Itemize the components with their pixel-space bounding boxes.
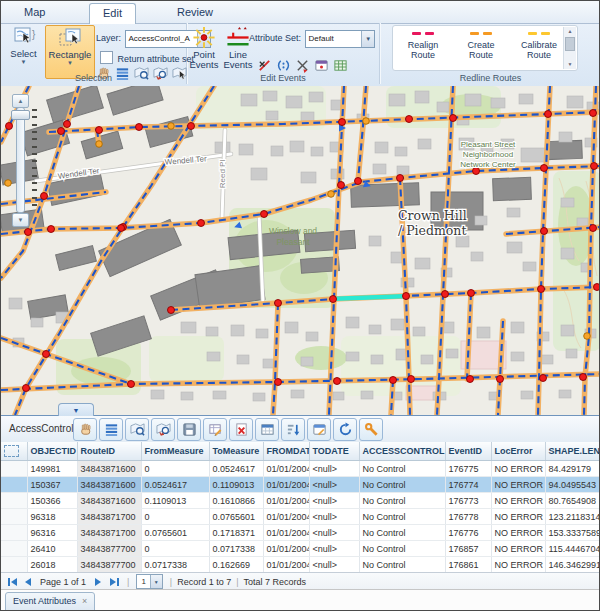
cell-objectid: 149981: [27, 461, 77, 477]
row-selector[interactable]: [1, 477, 27, 493]
row-selector[interactable]: [1, 541, 27, 557]
scroll-down-arrow[interactable]: ▼: [564, 60, 576, 69]
cell-tomeasure: 0.0717338: [209, 541, 263, 557]
create-route-button[interactable]: Create Route: [453, 29, 509, 60]
open-table-button[interactable]: [255, 418, 279, 441]
cell-eventid: 176775: [445, 461, 491, 477]
selection-group-label: Selection: [1, 73, 186, 83]
last-page-button[interactable]: [107, 576, 121, 588]
row-selector[interactable]: [1, 493, 27, 509]
column-header-accesscontrol[interactable]: ACCESSCONTROL: [359, 442, 445, 461]
select-features-button[interactable]: [73, 418, 97, 441]
cell-shape-len: 94.0495543: [545, 477, 600, 493]
column-header-shape-len[interactable]: SHAPE.LEN: [545, 442, 600, 461]
cell-locerror: NO ERROR: [491, 509, 545, 525]
cell-accesscontrol: No Control: [359, 557, 445, 573]
rectangle-dropdown-arrow[interactable]: ▼: [46, 60, 94, 66]
select-all-header[interactable]: [1, 442, 27, 461]
cell-tomeasure: 0.1718371: [209, 525, 263, 541]
attribute-set-combobox[interactable]: Default ▼: [305, 30, 375, 48]
zoom-out-button[interactable]: ▼: [12, 213, 29, 227]
column-header-locerror[interactable]: LocError: [491, 442, 545, 461]
cell-accesscontrol: No Control: [359, 541, 445, 557]
cell-locerror: NO ERROR: [491, 557, 545, 573]
column-header-frommeasure[interactable]: FromMeasure: [141, 442, 209, 461]
select-tool-button[interactable]: } Select ▼: [5, 25, 42, 65]
cell-fromdate: 01/01/2004: [263, 525, 309, 541]
pan-to-selection-button[interactable]: [151, 418, 175, 441]
select-dropdown-arrow[interactable]: ▼: [5, 59, 42, 65]
column-header-eventid[interactable]: EventID: [445, 442, 491, 461]
column-header-tomeasure[interactable]: ToMeasure: [209, 442, 263, 461]
zoom-slider-track[interactable]: [16, 107, 25, 213]
map-zoom-slider[interactable]: ▲ ▼: [10, 94, 32, 226]
rectangle-select-icon: [46, 26, 94, 50]
tab-event-attributes[interactable]: Event Attributes×: [5, 592, 95, 611]
table-row[interactable]: 264103484387770000.071733801/01/2004<nul…: [1, 541, 600, 557]
zoom-to-selection-button[interactable]: [125, 418, 149, 441]
calibrate-route-icon2: [541, 32, 550, 35]
close-tab-icon[interactable]: ×: [82, 596, 87, 606]
cell-shape-len: 123.2118314: [545, 509, 600, 525]
column-header-objectid[interactable]: OBJECTID: [27, 442, 77, 461]
save-edits-button[interactable]: [177, 418, 201, 441]
page-select-dropdown-arrow[interactable]: ▼: [150, 575, 162, 588]
table-row[interactable]: 96316348438717000.07656010.171837101/01/…: [1, 525, 600, 541]
editor-settings-button[interactable]: [359, 418, 383, 441]
table-row[interactable]: 150367348438716000.05246170.110901301/01…: [1, 477, 600, 493]
row-selector[interactable]: [1, 525, 27, 541]
event-editor-window: Map Edit Review } Select: [0, 0, 600, 611]
show-selected-records-button[interactable]: [99, 418, 123, 441]
return-attribute-set-checkbox[interactable]: [100, 51, 113, 64]
tab-review[interactable]: Review: [164, 3, 226, 22]
sort-records-button[interactable]: [281, 418, 305, 441]
calibrate-route-button[interactable]: Calibrate Route: [511, 29, 567, 60]
tab-map[interactable]: Map: [11, 3, 58, 22]
cell-eventid: 176774: [445, 477, 491, 493]
cell-objectid: 26410: [27, 541, 77, 557]
first-page-button[interactable]: [5, 576, 19, 588]
poi-label-network-2: Neighborhood: [463, 150, 513, 159]
cell-accesscontrol: No Control: [359, 461, 445, 477]
column-header-todate[interactable]: TODATE: [309, 442, 359, 461]
cell-eventid: 176861: [445, 557, 491, 573]
cell-shape-len: 115.4446704: [545, 541, 600, 557]
create-route-icon: [470, 32, 479, 35]
realign-route-button[interactable]: Realign Route: [395, 29, 451, 60]
zoom-in-button[interactable]: ▲: [12, 94, 29, 108]
rectangle-tool-button[interactable]: Rectangle ▼: [45, 25, 95, 79]
tab-edit[interactable]: Edit: [89, 3, 136, 24]
next-page-button[interactable]: [91, 576, 105, 588]
table-row[interactable]: 1499813484387160000.052461701/01/2004<nu…: [1, 461, 600, 477]
scroll-thumb[interactable]: [565, 37, 575, 51]
attribute-set-label: Attribute Set:: [249, 33, 301, 43]
realign-route-icon: [412, 32, 421, 35]
redline-scrollbar[interactable]: ▲ ▼: [563, 27, 576, 69]
svg-text:}: }: [32, 29, 36, 40]
page-number-select[interactable]: 1 ▼: [136, 574, 162, 589]
clear-selection-button[interactable]: [229, 418, 253, 441]
table-row[interactable]: 150366348438716000.11090130.161086601/01…: [1, 493, 600, 509]
previous-page-button[interactable]: [21, 576, 35, 588]
map-view[interactable]: Wendell Ter Wendell Ter Reed Pl Winslow …: [1, 86, 600, 415]
row-selector[interactable]: [1, 557, 27, 573]
attribute-set-dropdown-arrow[interactable]: ▼: [361, 31, 374, 47]
cell-routeid: 34843871700: [77, 525, 141, 541]
refresh-button[interactable]: [333, 418, 357, 441]
scroll-up-arrow[interactable]: ▲: [564, 27, 576, 36]
park-label-winslow-1: Winslow and: [269, 226, 317, 236]
point-events-button[interactable]: Point Events: [187, 25, 221, 70]
column-header-fromdate[interactable]: FROMDATE: [263, 442, 309, 461]
column-header-routeid[interactable]: RouteID: [77, 442, 141, 461]
table-row[interactable]: 26018348438777000.07173380.16266901/01/2…: [1, 557, 600, 573]
edit-attributes-button[interactable]: [203, 418, 227, 441]
cell-objectid: 96318: [27, 509, 77, 525]
district-label-crown-hill-1: Crown Hill: [398, 208, 467, 223]
table-row[interactable]: 963183484387170000.076560101/01/2004<nul…: [1, 509, 600, 525]
zoom-slider-handle[interactable]: [11, 110, 30, 120]
row-selector[interactable]: [1, 509, 27, 525]
cell-tomeasure: 0.1109013: [209, 477, 263, 493]
panel-collapse-tab[interactable]: ▼: [58, 403, 94, 417]
row-selector[interactable]: [1, 461, 27, 477]
attribute-window-button[interactable]: [307, 418, 331, 441]
